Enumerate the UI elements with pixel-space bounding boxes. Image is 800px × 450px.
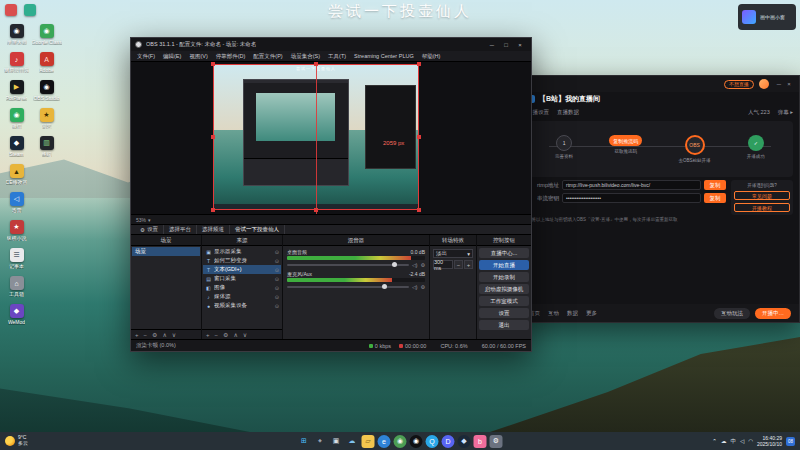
menu-item[interactable]: 文件(F) — [133, 53, 159, 60]
menu-item[interactable]: 帮助(H) — [418, 53, 445, 60]
desktop-icon[interactable]: ▲ CE修改器 — [3, 164, 30, 185]
crop-handle[interactable] — [211, 208, 215, 212]
window-control-button[interactable]: × — [513, 42, 527, 48]
desktop-icon[interactable]: A Adobe — [33, 52, 60, 73]
taskbar-app-icon[interactable]: ⚙ — [490, 435, 503, 448]
menu-item[interactable]: 配置文件(P) — [249, 53, 286, 60]
obs-titlebar[interactable]: OBS 31.1.1 - 配置文件: 未命名 - 场景: 未命名 ─□× — [131, 38, 531, 51]
crop-handle[interactable] — [417, 208, 421, 212]
desktop-icon[interactable]: ★ 纵横小说 — [3, 220, 30, 241]
transition-duration-value[interactable]: 300 ms — [433, 260, 453, 269]
bottom-nav-item[interactable]: 互动 — [548, 310, 559, 317]
toolbar-icon[interactable]: ∨ — [243, 331, 247, 338]
desktop-icon[interactable]: ◉ 录屏大师 — [3, 24, 30, 45]
taskbar-app-icon[interactable]: b — [474, 435, 487, 448]
taskbar-app-icon[interactable]: ◉ — [394, 435, 407, 448]
toolbar-icon[interactable]: ⚙ — [152, 331, 157, 338]
control-button[interactable]: 启动虚拟摄像机 — [479, 284, 529, 294]
speaker-icon[interactable]: ◁) — [412, 262, 418, 268]
avatar[interactable] — [759, 79, 769, 89]
live-action-button[interactable]: 互动玩法 — [714, 308, 750, 319]
help-button[interactable]: 常见问题 — [734, 191, 790, 200]
corner-app-icon[interactable] — [24, 4, 36, 16]
toolbar-icon[interactable]: ⚙ — [223, 331, 228, 338]
tray-icon[interactable]: ⌃ — [712, 438, 717, 445]
scenes-panel-title[interactable]: 场景 — [131, 235, 201, 246]
crop-handle[interactable] — [211, 62, 215, 66]
step-node[interactable]: 1 — [556, 135, 572, 151]
taskbar-app-icon[interactable]: Q — [426, 435, 439, 448]
toolbar-icon[interactable]: − — [215, 332, 219, 338]
scene-item[interactable]: 场景 — [132, 247, 200, 256]
stepper-step[interactable]: 1 完善资料 — [555, 135, 573, 163]
source-item[interactable]: T 文本(GDI+) ⊙ — [203, 265, 281, 274]
step-node[interactable]: OBS — [685, 135, 705, 155]
toolbar-icon[interactable]: + — [135, 332, 139, 338]
tray-icon[interactable]: 中 — [730, 438, 736, 445]
clock[interactable]: 16:40:29 2025/10/10 — [757, 435, 782, 448]
menu-item[interactable]: 停靠部件(D) — [212, 53, 250, 60]
notification-badge[interactable]: 08 — [786, 437, 795, 446]
corner-app-icon[interactable] — [5, 4, 17, 16]
source-item[interactable]: T 如何三秒变身 ⊙ — [203, 256, 281, 265]
control-button[interactable]: 退出 — [479, 320, 529, 330]
control-button[interactable]: 开始直播 — [479, 260, 529, 270]
taskbar-app-icon[interactable]: ⊞ — [298, 435, 311, 448]
source-item[interactable]: ◧ 图像 ⊙ — [203, 283, 281, 292]
window-control-button[interactable]: ─ — [485, 42, 499, 48]
desktop-icon[interactable]: ◉ OBS Studio — [33, 80, 60, 101]
desktop-icon[interactable]: ▥ 终端 — [33, 136, 60, 157]
copy-button[interactable]: 复制 — [704, 180, 726, 190]
taskbar-app-icon[interactable]: ▣ — [330, 435, 343, 448]
source-item[interactable]: ♪ 媒体源 ⊙ — [203, 292, 281, 301]
tray-icon[interactable]: ◁ — [740, 438, 744, 445]
control-button[interactable]: 工作室模式 — [479, 296, 529, 306]
taskbar-app-icon[interactable]: ☁ — [346, 435, 359, 448]
desktop-icon[interactable]: ♪ 网易云音乐 — [3, 52, 30, 73]
weather-widget[interactable]: 9°C 多云 — [5, 435, 155, 447]
volume-slider[interactable] — [287, 282, 409, 291]
control-button[interactable]: 开始录制 — [479, 272, 529, 282]
copy-button[interactable]: 复制 — [704, 193, 726, 203]
source-item[interactable]: ● 视频采集设备 ⊙ — [203, 301, 281, 310]
desktop-icon[interactable]: ⌂ 工具箱 — [3, 276, 30, 297]
toolbar-icon[interactable]: ∧ — [233, 331, 237, 338]
step-node[interactable]: 复制推流码 — [609, 135, 642, 146]
danmu-link[interactable]: 弹幕 ▸ — [778, 109, 793, 116]
speaker-icon[interactable]: ◁) — [412, 284, 418, 290]
taskbar-app-icon[interactable]: ⌖ — [314, 435, 327, 448]
stepper-step[interactable]: 复制推流码 获取推流码 — [609, 135, 642, 163]
toolbar-icon[interactable]: ∧ — [162, 331, 166, 338]
bottom-nav-item[interactable]: 更多 — [586, 310, 597, 317]
dock-settings[interactable]: ⚙ 设置 — [135, 225, 164, 234]
menu-item[interactable]: 编辑(E) — [159, 53, 185, 60]
control-button[interactable]: 设置 — [479, 308, 529, 318]
live-action-button[interactable]: 开播中… — [755, 308, 791, 319]
toolbar-icon[interactable]: ∨ — [172, 331, 176, 338]
taskbar-app-icon[interactable]: D — [442, 435, 455, 448]
no-stream-badge[interactable]: 不想直播 — [724, 80, 754, 89]
crop-handle[interactable] — [314, 62, 318, 66]
desktop-icon[interactable]: ◁ 迅雷 — [3, 192, 30, 213]
desktop-icon[interactable]: ▶ PotPlayer — [3, 80, 30, 101]
volume-slider[interactable] — [287, 260, 409, 269]
window-control-button[interactable]: ─ — [774, 81, 784, 87]
step-node[interactable]: ✓ — [748, 135, 764, 151]
crop-handle[interactable] — [211, 135, 215, 139]
desktop-icon[interactable]: ◉ Google Classroom — [33, 24, 60, 45]
visibility-eye-icon[interactable]: ⊙ — [275, 303, 279, 309]
duration-stepper-button[interactable]: − — [454, 260, 463, 269]
crop-handle[interactable] — [417, 62, 421, 66]
zoom-level[interactable]: 53% — [136, 217, 146, 223]
visibility-eye-icon[interactable]: ⊙ — [275, 258, 279, 264]
field-value-input[interactable]: •••••••••••••••••••• — [562, 193, 701, 203]
window-control-button[interactable]: □ — [499, 42, 513, 48]
menu-item[interactable]: Streaming Center PLUG — [350, 53, 418, 59]
gear-icon[interactable]: ⚙ — [421, 284, 425, 290]
tray-icon[interactable]: ◠ — [748, 438, 753, 445]
visibility-eye-icon[interactable]: ⊙ — [275, 276, 279, 282]
dock-tab[interactable]: 选择平台 — [164, 225, 197, 234]
mixer-panel-title[interactable]: 混音器 — [283, 235, 429, 246]
toolbar-icon[interactable]: − — [144, 332, 148, 338]
source-item[interactable]: ▤ 窗口采集 ⊙ — [203, 274, 281, 283]
